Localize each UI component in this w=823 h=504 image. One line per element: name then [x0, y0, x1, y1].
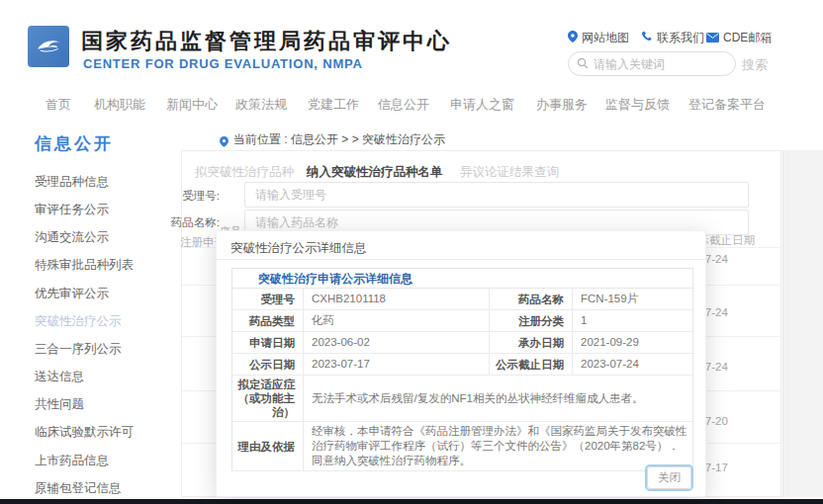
sidebar-item-marketed-drugs[interactable]: 上市药品信息	[35, 453, 109, 469]
breadcrumb-pin-icon	[220, 133, 229, 151]
sidebar-item-accepted-varieties[interactable]: 受理品种信息	[35, 174, 109, 191]
field-label: 受理号	[232, 289, 304, 310]
sidebar-title: 信息公开	[35, 132, 114, 155]
accept-no-input[interactable]	[244, 182, 749, 208]
search-icon	[577, 55, 589, 73]
contact-link[interactable]: 联系我们	[641, 30, 704, 46]
field-value: 1	[573, 310, 694, 332]
nav-supervision[interactable]: 监督与反馈	[605, 96, 670, 114]
detail-modal: 突破性治疗公示详细信息 突破性治疗申请公示详细信息 受理号 CXHB210111…	[216, 230, 706, 497]
field-value: 化药	[304, 310, 490, 332]
field-label: 理由及依据	[232, 422, 304, 471]
nav-info-disclosure[interactable]: 信息公开	[378, 96, 429, 114]
sidebar-item-special-approval[interactable]: 特殊审批品种列表	[35, 257, 134, 274]
field-value: 经审核，本申请符合《药品注册管理办法》和《国家药监局关于发布突破性治疗药物审评工…	[304, 422, 694, 471]
close-button[interactable]: 关闭	[647, 466, 691, 489]
search-button[interactable]: 搜索	[742, 56, 768, 74]
site-title: 国家药品监督管理局药品审评中心	[81, 27, 452, 56]
tab-objection-results[interactable]: 异议论证结果查询	[460, 164, 559, 181]
search-input[interactable]	[594, 57, 717, 71]
sitemap-link[interactable]: 网站地图	[568, 30, 629, 46]
cde-logo[interactable]	[28, 26, 69, 67]
sidebar-item-review-tasks[interactable]: 审评任务公示	[35, 202, 109, 218]
swan-icon	[32, 28, 65, 65]
nav-home[interactable]: 首页	[46, 96, 71, 114]
nav-policy[interactable]: 政策法规	[235, 96, 287, 114]
field-value: 无法手术或术后残留/复发的NF1相关的丛状神经纤维瘤成人患者。	[304, 376, 694, 422]
field-value: 2023-06-02	[304, 332, 490, 354]
nav-party[interactable]: 党建工作	[308, 96, 359, 114]
sidebar-item-priority-review[interactable]: 优先审评公示	[35, 286, 109, 302]
field-value: 2023-07-24	[573, 354, 694, 376]
site-subtitle: CENTER FOR DRUG EVALUATION, NMPA	[83, 56, 363, 71]
field-label: 药品类型	[232, 310, 304, 332]
nav-news[interactable]: 新闻中心	[166, 96, 218, 114]
nav-registration-platform[interactable]: 登记备案平台	[688, 96, 766, 114]
sidebar-item-excipient-registration[interactable]: 原辅包登记信息	[35, 480, 122, 497]
location-pin-icon	[568, 31, 578, 45]
field-value: 2021-09-29	[573, 332, 694, 354]
site-search[interactable]	[568, 51, 736, 76]
accept-no-label: 受理号:	[129, 189, 220, 204]
nav-functions[interactable]: 机构职能	[94, 96, 145, 114]
modal-detail-table: 突破性治疗申请公示详细信息 受理号 CXHB2101118 药品名称 FCN-1…	[231, 268, 693, 471]
sidebar-item-three-in-one[interactable]: 三合一序列公示	[35, 341, 122, 358]
field-label: 公示日期	[232, 354, 304, 376]
tab-included-breakthrough-list[interactable]: 纳入突破性治疗品种名单	[307, 164, 443, 181]
sidebar-item-clinical-trial-license[interactable]: 临床试验默示许可	[35, 424, 134, 441]
sidebar-item-breakthrough-therapy[interactable]: 突破性治疗公示	[35, 313, 122, 330]
field-label: 药品名称	[490, 289, 573, 310]
field-value: FCN-159片	[573, 289, 694, 310]
field-label: 注册分类	[490, 310, 573, 332]
breadcrumb[interactable]: 当前位置 : 信息公开 > > 突破性治疗公示	[233, 131, 445, 148]
field-label: 公示截止日期	[490, 354, 573, 376]
nav-services[interactable]: 办事服务	[536, 96, 588, 114]
sidebar-item-delivery-info[interactable]: 送达信息	[35, 369, 84, 385]
nav-applicant-window[interactable]: 申请人之窗	[450, 96, 514, 114]
page: 国家药品监督管理局药品审评中心 CENTER FOR DRUG EVALUATI…	[0, 0, 823, 504]
field-label: 承办日期	[490, 332, 573, 354]
sidebar-item-communication[interactable]: 沟通交流公示	[35, 229, 109, 246]
modal-section-title: 突破性治疗申请公示详细信息	[232, 269, 694, 289]
field-value: 2023-07-17	[304, 354, 490, 376]
tab-proposed-breakthrough[interactable]: 拟突破性治疗品种	[195, 164, 294, 181]
drug-name-label: 药品名称:	[129, 215, 220, 230]
field-value: CXHB2101118	[304, 289, 490, 310]
field-label: 申请日期	[232, 332, 304, 354]
bottom-edge-bar	[0, 499, 823, 504]
sidebar-item-common-issues[interactable]: 共性问题	[35, 396, 84, 413]
phone-icon	[641, 31, 653, 45]
right-margin-strip	[782, 150, 823, 497]
mailbox-link[interactable]: CDE邮箱	[706, 30, 772, 46]
envelope-icon	[706, 32, 719, 45]
field-label: 拟定适应症（或功能主治）	[232, 376, 304, 422]
modal-title: 突破性治疗公示详细信息	[217, 231, 705, 260]
